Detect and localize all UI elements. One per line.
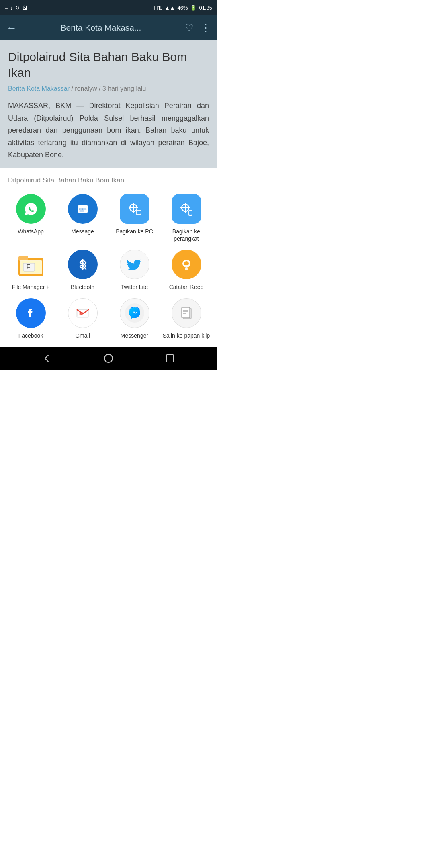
gmail-label: Gmail xyxy=(75,332,90,339)
svg-rect-6 xyxy=(125,199,145,219)
status-bar: ≡ ↓ ↻ 🖼 H⇅ ▲▲ 46% 🔋 01.35 xyxy=(0,0,217,15)
sharedevice-label: Bagikan ke perangkat xyxy=(162,228,211,242)
image-icon: 🖼 xyxy=(22,5,27,11)
nav-home-button[interactable] xyxy=(100,350,117,366)
back-button[interactable]: ← xyxy=(6,22,17,34)
share-gmail[interactable]: M Gmail xyxy=(58,298,107,339)
article-time: 3 hari yang lalu xyxy=(102,85,146,92)
svg-point-19 xyxy=(190,215,191,216)
svg-rect-36 xyxy=(185,270,188,270)
sharepc-icon xyxy=(120,194,149,224)
share-bagikan-device[interactable]: Bagikan ke perangkat xyxy=(162,194,211,242)
svg-rect-11 xyxy=(137,211,141,214)
svg-text:M: M xyxy=(79,311,83,316)
gmail-icon: M xyxy=(68,298,98,328)
nav-recents-button[interactable] xyxy=(162,350,178,366)
app-bar-actions: ♡ ⋮ xyxy=(185,22,211,33)
share-sheet: Ditpolairud Sita Bahan Baku Bom Ikan Wha… xyxy=(0,168,217,347)
share-filemanager[interactable]: F File Manager + xyxy=(6,250,55,291)
article-category[interactable]: Berita Kota Makassar xyxy=(8,85,70,92)
download-icon: ↓ xyxy=(10,5,13,11)
article-meta: Berita Kota Makassar / ronalyw / 3 hari … xyxy=(8,85,209,92)
svg-rect-54 xyxy=(166,355,174,362)
svg-text:F: F xyxy=(26,264,30,270)
messenger-label: Messenger xyxy=(121,332,148,339)
share-keep[interactable]: Catatan Keep xyxy=(162,250,211,291)
message-label: Message xyxy=(71,228,94,235)
facebook-label: Facebook xyxy=(18,332,43,339)
svg-point-3 xyxy=(79,208,80,209)
facebook-icon xyxy=(16,298,46,328)
time-label: 01.35 xyxy=(199,5,212,11)
filemanager-icon: F xyxy=(16,250,46,279)
keep-icon xyxy=(172,250,201,279)
signal-h-icon: H⇅ xyxy=(154,5,162,11)
share-sheet-title: Ditpolairud Sita Bahan Baku Bom Ikan xyxy=(6,176,211,184)
nav-back-button[interactable] xyxy=(39,350,55,366)
share-facebook[interactable]: Facebook xyxy=(6,298,55,339)
status-left-icons: ≡ ↓ ↻ 🖼 xyxy=(5,5,27,11)
copy-icon xyxy=(172,298,201,328)
bluetooth-icon xyxy=(68,250,98,279)
article-title: Ditpolairud Sita Bahan Baku Bom Ikan xyxy=(8,49,209,80)
twitter-icon xyxy=(120,250,149,279)
notification-icon: ≡ xyxy=(5,5,8,11)
svg-point-5 xyxy=(85,208,86,209)
app-bar-title: Berita Kota Makasa... xyxy=(23,23,178,33)
sync-icon: ↻ xyxy=(15,5,20,11)
nav-bar xyxy=(0,347,217,370)
svg-point-53 xyxy=(104,354,113,362)
battery-label: 46% xyxy=(177,5,188,11)
copy-label: Salin ke papan klip xyxy=(163,332,210,339)
share-copy[interactable]: Salin ke papan klip xyxy=(162,298,211,339)
share-twitter[interactable]: Twitter Lite xyxy=(110,250,159,291)
twitter-label: Twitter Lite xyxy=(121,283,148,291)
share-apps-grid: WhatsApp Message xyxy=(6,194,211,339)
sharedevice-icon xyxy=(172,194,201,224)
svg-rect-35 xyxy=(185,268,188,270)
app-bar: ← Berita Kota Makasa... ♡ ⋮ xyxy=(0,15,217,40)
filemanager-label: File Manager + xyxy=(12,283,50,291)
share-whatsapp[interactable]: WhatsApp xyxy=(6,194,55,242)
signal-bars-icon: ▲▲ xyxy=(165,5,175,11)
whatsapp-icon xyxy=(16,194,46,224)
svg-rect-12 xyxy=(137,215,140,215)
whatsapp-label: WhatsApp xyxy=(18,228,44,235)
keep-label: Catatan Keep xyxy=(169,283,204,291)
svg-rect-49 xyxy=(182,307,190,318)
share-messenger[interactable]: Messenger xyxy=(110,298,159,339)
svg-rect-18 xyxy=(189,211,192,215)
article-author: ronalyw xyxy=(75,85,97,92)
share-bluetooth[interactable]: Bluetooth xyxy=(58,250,107,291)
battery-icon: 🔋 xyxy=(190,5,197,11)
share-message[interactable]: Message xyxy=(58,194,107,242)
bluetooth-label: Bluetooth xyxy=(71,283,94,291)
article-body: MAKASSAR, BKM — Direktorat Kepolisian Pe… xyxy=(8,100,209,161)
sharepc-label: Bagikan ke PC xyxy=(116,228,153,235)
favorite-button[interactable]: ♡ xyxy=(185,22,194,33)
svg-point-4 xyxy=(82,208,83,209)
status-right-icons: H⇅ ▲▲ 46% 🔋 01.35 xyxy=(154,5,212,11)
message-icon xyxy=(68,194,98,224)
article-area: Ditpolairud Sita Bahan Baku Bom Ikan Ber… xyxy=(0,40,217,168)
svg-rect-13 xyxy=(176,199,197,219)
messenger-icon xyxy=(120,298,149,328)
share-bagikan-pc[interactable]: Bagikan ke PC xyxy=(110,194,159,242)
more-options-button[interactable]: ⋮ xyxy=(201,22,211,33)
